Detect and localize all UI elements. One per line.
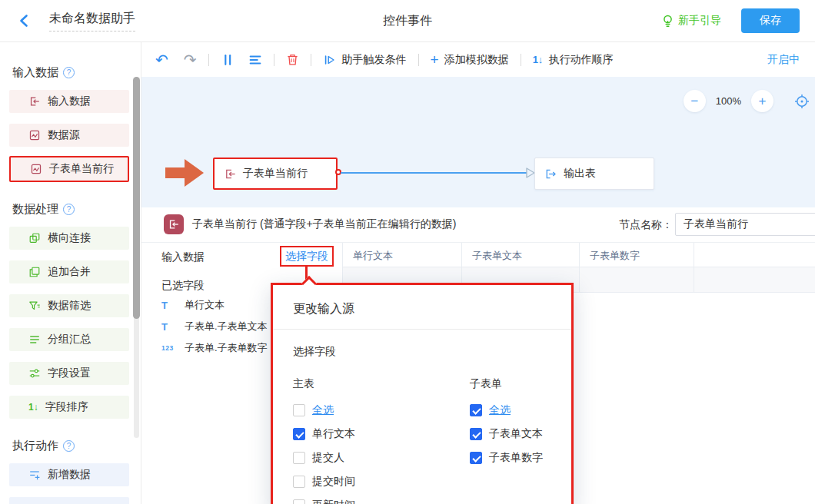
sidebar-item-subform-current-row[interactable]: 子表单当前行	[9, 156, 129, 182]
back-button[interactable]	[17, 13, 32, 28]
help-icon[interactable]	[63, 67, 75, 78]
checkbox[interactable]	[470, 428, 482, 440]
section-title-input-data: 输入数据	[12, 65, 141, 80]
node-description: 子表单当前行 (普通字段+子表单当前正在编辑行的数据)	[192, 217, 456, 231]
checkbox-option[interactable]: 更新时间	[293, 499, 470, 504]
toolbar-divider	[274, 54, 274, 66]
checkbox[interactable]	[293, 499, 305, 504]
filter-icon	[28, 300, 41, 312]
add-data-icon	[28, 469, 41, 481]
change-input-source-popover: 更改输入源 选择字段 主表 全选 单行文本 提交人 提交时	[271, 283, 574, 504]
number-field-icon: 123	[161, 344, 178, 352]
node-output-table[interactable]: 输出表	[534, 158, 654, 190]
sidebar-item-append-merge[interactable]: 追加合并	[9, 260, 129, 284]
action-order-button[interactable]: 1↓ 执行动作顺序	[533, 53, 614, 67]
recenter-button[interactable]	[793, 93, 810, 110]
checkbox-option[interactable]: 全选	[293, 403, 470, 417]
redo-icon: ↷	[184, 52, 197, 68]
checkbox-option[interactable]: 子表单数字	[470, 451, 543, 465]
sidebar-item-field-sort[interactable]: 1↓ 字段排序	[9, 396, 129, 419]
section-title-actions: 执行动作	[12, 439, 141, 453]
sidebar-scrollbar-thumb[interactable]	[133, 77, 140, 319]
align-horizontal-icon	[248, 53, 262, 67]
list-item-field[interactable]: 123 子表单.子表单数字	[161, 341, 268, 355]
checkbox[interactable]	[470, 452, 482, 464]
subform-group: 子表单 全选 子表单文本 子表单数字	[470, 377, 543, 504]
text-field-icon: T	[161, 321, 178, 333]
plus-icon: +	[431, 52, 439, 67]
zoom-in-button[interactable]: +	[751, 90, 773, 112]
checkbox[interactable]	[293, 428, 305, 440]
checkbox[interactable]	[293, 404, 305, 416]
horizontal-join-icon	[28, 232, 41, 244]
export-icon	[544, 167, 557, 181]
assistant-title[interactable]: 未命名数据助手	[49, 11, 135, 32]
bulb-icon	[661, 14, 674, 28]
list-item-field[interactable]: T 子表单.子表单文本	[161, 320, 268, 333]
select-fields-section-label: 选择字段	[293, 345, 551, 359]
sidebar-item-group-summary[interactable]: 分组汇总	[9, 328, 129, 351]
align-vertical-button[interactable]	[221, 53, 235, 67]
input-data-label: 输入数据	[161, 250, 205, 264]
checkbox-option[interactable]: 子表单文本	[470, 427, 543, 441]
chart-box-icon	[28, 129, 41, 141]
sidebar-item-add-data[interactable]: 新增数据	[9, 463, 129, 486]
node-config-header: 子表单当前行 (普通字段+子表单当前正在编辑行的数据) 节点名称：	[141, 207, 815, 242]
app-window: 未命名数据助手 控件事件 新手引导 保存 输入数据 输入数据	[0, 0, 815, 504]
node-name-label: 节点名称：	[619, 218, 673, 232]
plus-icon: +	[759, 94, 767, 109]
checkbox-option[interactable]: 全选	[470, 403, 543, 417]
help-icon[interactable]	[63, 440, 75, 452]
delete-node-button[interactable]	[286, 53, 299, 66]
toolbar-divider	[418, 54, 419, 66]
select-fields-link[interactable]: 选择字段	[285, 250, 328, 262]
sidebar-item-partial[interactable]	[9, 497, 129, 504]
sidebar-item-field-settings[interactable]: 字段设置	[9, 362, 129, 385]
append-merge-icon	[28, 266, 41, 278]
toolbar-divider	[311, 54, 311, 66]
status-badge[interactable]: 开启中	[767, 53, 815, 67]
column-header	[694, 243, 815, 267]
checkbox-option[interactable]: 单行文本	[293, 427, 470, 441]
node-name-input[interactable]	[675, 213, 815, 236]
canvas-toolbar: ↶ ↷	[141, 42, 815, 77]
main-table-group: 主表 全选 单行文本 提交人 提交时间	[293, 377, 470, 504]
section-title-data-process: 数据处理	[12, 202, 141, 217]
trash-icon	[286, 53, 299, 66]
help-icon[interactable]	[63, 204, 75, 215]
checkbox[interactable]	[293, 476, 305, 488]
sidebar-item-datasource[interactable]: 数据源	[9, 124, 129, 147]
redo-button[interactable]: ↷	[168, 52, 197, 68]
sidebar-item-input-data[interactable]: 输入数据	[9, 90, 129, 113]
node-subform-current-row[interactable]: 子表单当前行	[213, 158, 338, 190]
trigger-condition-button[interactable]: 助手触发条件	[323, 53, 407, 67]
text-field-icon: T	[161, 300, 178, 311]
checkbox-option[interactable]: 提交人	[293, 451, 470, 465]
save-button[interactable]: 保存	[741, 8, 800, 33]
import-icon	[224, 167, 237, 181]
import-icon	[28, 95, 41, 108]
list-item-field[interactable]: T 单行文本	[161, 298, 225, 312]
trigger-play-icon	[323, 53, 337, 67]
align-vertical-icon	[221, 53, 235, 67]
checkbox[interactable]	[293, 452, 305, 464]
undo-icon: ↶	[155, 52, 168, 68]
zoom-out-button[interactable]: −	[684, 90, 706, 112]
checkbox-option[interactable]: 提交时间	[293, 475, 470, 489]
selected-fields-label: 已选字段	[161, 279, 205, 293]
node-type-icon	[164, 214, 184, 234]
beginner-guide-button[interactable]: 新手引导	[661, 14, 721, 28]
column-header: 子表单数字	[579, 243, 694, 267]
flow-connection-line	[341, 172, 527, 174]
undo-button[interactable]: ↶	[155, 52, 168, 68]
sidebar-item-horizontal-join[interactable]: 横向连接	[9, 227, 129, 250]
beginner-guide-label: 新手引导	[678, 14, 721, 28]
add-mock-data-button[interactable]: + 添加模拟数据	[431, 52, 509, 67]
back-chevron-icon	[17, 13, 32, 28]
column-header: 子表单文本	[461, 243, 579, 267]
checkbox[interactable]	[470, 404, 482, 416]
sort-1-down-icon: 1↓	[533, 54, 544, 65]
minus-icon: −	[690, 94, 698, 109]
align-horizontal-button[interactable]	[248, 53, 262, 67]
sidebar-item-data-filter[interactable]: 数据筛选	[9, 294, 129, 317]
